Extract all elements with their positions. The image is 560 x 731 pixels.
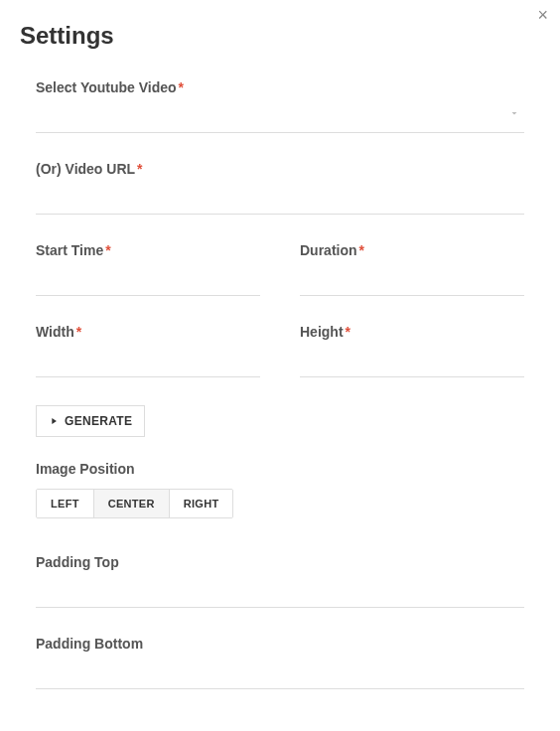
padding-bottom-input[interactable] bbox=[36, 658, 524, 689]
image-position-left[interactable]: LEFT bbox=[37, 490, 93, 517]
required-star: * bbox=[105, 242, 110, 258]
close-icon: × bbox=[537, 5, 548, 25]
duration-label-text: Duration bbox=[300, 242, 357, 258]
field-padding-top: Padding Top bbox=[36, 554, 524, 608]
select-video-input[interactable] bbox=[36, 101, 524, 133]
video-url-label-text: (Or) Video URL bbox=[36, 161, 135, 177]
image-position-right[interactable]: RIGHT bbox=[169, 490, 233, 517]
start-time-input[interactable] bbox=[36, 264, 260, 296]
field-height: Height* bbox=[300, 324, 524, 377]
height-input[interactable] bbox=[300, 346, 524, 377]
field-duration: Duration* bbox=[300, 242, 524, 296]
padding-top-input[interactable] bbox=[36, 576, 524, 608]
generate-row: GENERATE bbox=[36, 405, 524, 437]
field-padding-bottom: Padding Bottom bbox=[36, 636, 524, 689]
settings-panel: × Settings Select Youtube Video* (Or) Vi… bbox=[0, 0, 560, 689]
row-time: Start Time* Duration* bbox=[36, 242, 524, 324]
height-label: Height* bbox=[300, 324, 524, 340]
required-star: * bbox=[359, 242, 364, 258]
field-video-url: (Or) Video URL* bbox=[36, 161, 524, 215]
video-url-input[interactable] bbox=[36, 183, 524, 215]
required-star: * bbox=[137, 161, 142, 177]
width-input[interactable] bbox=[36, 346, 260, 377]
required-star: * bbox=[346, 324, 350, 340]
row-size: Width* Height* bbox=[36, 324, 524, 405]
page-title: Settings bbox=[20, 22, 540, 50]
generate-button-label: GENERATE bbox=[65, 414, 132, 428]
close-button[interactable]: × bbox=[537, 6, 548, 24]
generate-button[interactable]: GENERATE bbox=[36, 405, 145, 437]
duration-input[interactable] bbox=[300, 264, 524, 296]
settings-form: Select Youtube Video* (Or) Video URL* St… bbox=[20, 79, 540, 689]
image-position-label: Image Position bbox=[36, 461, 524, 477]
width-label: Width* bbox=[36, 324, 260, 340]
required-star: * bbox=[76, 324, 81, 340]
select-video-label: Select Youtube Video* bbox=[36, 79, 524, 95]
padding-bottom-label: Padding Bottom bbox=[36, 636, 524, 652]
image-position-center[interactable]: CENTER bbox=[93, 490, 169, 517]
start-time-label: Start Time* bbox=[36, 242, 260, 258]
field-width: Width* bbox=[36, 324, 260, 377]
select-video-dropdown[interactable] bbox=[36, 101, 524, 133]
start-time-label-text: Start Time bbox=[36, 242, 103, 258]
duration-label: Duration* bbox=[300, 242, 524, 258]
field-start-time: Start Time* bbox=[36, 242, 260, 296]
image-position-group: LEFT CENTER RIGHT bbox=[36, 489, 233, 518]
width-label-text: Width bbox=[36, 324, 74, 340]
play-icon bbox=[49, 416, 59, 426]
padding-top-label: Padding Top bbox=[36, 554, 524, 570]
video-url-label: (Or) Video URL* bbox=[36, 161, 524, 177]
select-video-label-text: Select Youtube Video bbox=[36, 79, 177, 95]
required-star: * bbox=[179, 79, 184, 95]
field-select-video: Select Youtube Video* bbox=[36, 79, 524, 133]
height-label-text: Height bbox=[300, 324, 344, 340]
